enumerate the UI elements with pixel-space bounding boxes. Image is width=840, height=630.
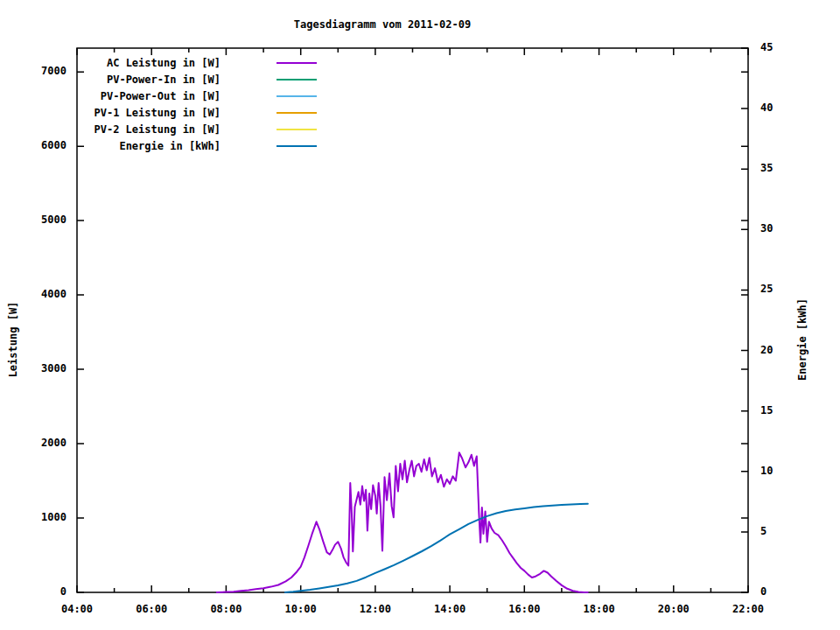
series-energie <box>285 504 588 592</box>
x-tick-label: 14:00 <box>427 603 472 616</box>
y1-tick-label: 7000 <box>41 65 66 78</box>
legend-item: PV-1 Leistung in [W] <box>77 104 317 121</box>
legend-label: PV-2 Leistung in [W] <box>77 123 220 136</box>
y1-tick-label: 5000 <box>41 214 66 227</box>
legend-line-swatch <box>276 79 317 80</box>
legend: AC Leistung in [W]PV-Power-In in [W]PV-P… <box>77 54 317 154</box>
y2-tick-label: 10 <box>760 465 773 478</box>
legend-label: PV-1 Leistung in [W] <box>77 107 220 119</box>
series-ac-leistung <box>217 452 588 592</box>
y1-tick-label: 1000 <box>41 511 66 524</box>
y2-tick-label: 35 <box>760 162 773 175</box>
legend-item: Energie in [kWh] <box>77 137 317 154</box>
legend-label: PV-Power-In in [W] <box>77 74 220 86</box>
x-tick-label: 16:00 <box>501 603 547 616</box>
legend-item: PV-Power-Out in [W] <box>77 88 317 104</box>
legend-line-swatch <box>276 112 317 114</box>
y1-axis-label: Leistung [W] <box>7 302 19 378</box>
x-tick-label: 04:00 <box>54 603 100 616</box>
y2-tick-label: 15 <box>760 404 773 417</box>
legend-label: PV-Power-Out in [W] <box>77 90 220 102</box>
y1-tick-label: 0 <box>60 585 66 598</box>
x-tick-label: 22:00 <box>725 603 771 616</box>
legend-item: PV-2 Leistung in [W] <box>77 121 317 137</box>
y2-tick-label: 25 <box>760 283 773 296</box>
y2-tick-label: 5 <box>760 525 766 538</box>
y1-tick-label: 3000 <box>41 362 66 375</box>
chart-canvas: Tagesdiagramm vom 2011-02-09 Leistung [W… <box>0 0 840 630</box>
legend-line-swatch <box>276 145 317 147</box>
y2-tick-label: 40 <box>760 102 773 115</box>
legend-item: AC Leistung in [W] <box>77 54 317 71</box>
legend-line-swatch <box>276 95 317 97</box>
y2-tick-label: 45 <box>760 41 773 54</box>
legend-label: AC Leistung in [W] <box>77 57 220 69</box>
x-tick-label: 20:00 <box>651 603 696 616</box>
y1-tick-label: 6000 <box>41 139 66 152</box>
y2-tick-label: 0 <box>760 585 766 598</box>
chart-title: Tagesdiagramm vom 2011-02-09 <box>0 18 765 31</box>
x-tick-label: 12:00 <box>353 603 398 616</box>
y2-axis-label: Energie [kWh] <box>796 298 808 381</box>
legend-line-swatch <box>276 129 317 130</box>
y1-tick-label: 2000 <box>41 437 66 450</box>
x-tick-label: 06:00 <box>129 603 174 616</box>
y1-tick-label: 4000 <box>41 288 66 301</box>
y2-tick-label: 30 <box>760 222 773 235</box>
x-tick-label: 08:00 <box>203 603 248 616</box>
x-tick-label: 18:00 <box>577 603 622 616</box>
x-tick-label: 10:00 <box>278 603 324 616</box>
y2-tick-label: 20 <box>760 344 773 357</box>
legend-line-swatch <box>276 62 317 64</box>
legend-item: PV-Power-In in [W] <box>77 71 317 88</box>
legend-label: Energie in [kWh] <box>77 140 220 152</box>
